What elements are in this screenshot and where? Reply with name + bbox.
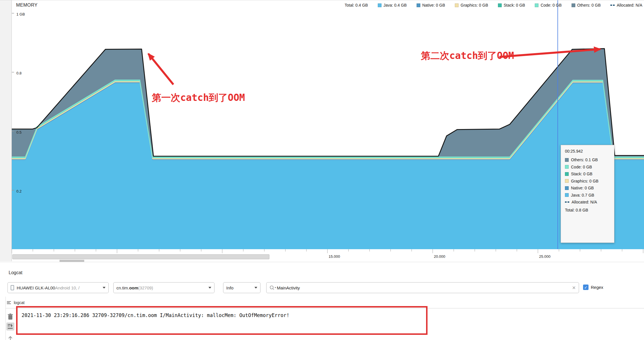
log-level-value: Info — [226, 285, 233, 290]
tooltip-timestamp: 00:25.942 — [565, 149, 610, 153]
allocated-dash-swatch — [610, 5, 615, 6]
legend-swatch — [572, 3, 575, 7]
legend-swatch — [565, 158, 569, 162]
tooltip-total: Total: 0.8 GB — [565, 207, 610, 214]
legend-item: Graphics: 0 GB — [455, 3, 488, 7]
legend-swatch — [565, 193, 569, 197]
memory-profiler-panel[interactable]: MEMORY Total: 0.4 GBJava: 0.4 GBNative: … — [0, 0, 644, 262]
tooltip-row: Graphics: 0 GB — [565, 178, 610, 185]
tooltip-row: Java: 0.7 GB — [565, 192, 610, 199]
legend-swatch — [565, 172, 569, 176]
legend-item: Total: 0.4 GB — [345, 3, 368, 7]
x-axis-label: 15.000 — [329, 254, 340, 259]
annotation-second-oom: 第二次catch到了OOM — [421, 49, 514, 62]
tooltip-row: Others: 0.1 GB — [565, 156, 610, 164]
legend-label: Graphics: 0 GB — [461, 3, 488, 7]
regex-label: Regex — [591, 285, 603, 290]
profiler-left-strip — [0, 0, 12, 261]
tooltip-row-label: Stack: 0 GB — [571, 172, 593, 176]
logcat-title: Logcat — [9, 270, 22, 275]
legend-swatch — [565, 179, 569, 183]
legend-item: Allocated: N/A — [610, 3, 642, 7]
logcat-tab-label: logcat — [14, 300, 24, 305]
screenshot-stage: MEMORY Total: 0.4 GBJava: 0.4 GBNative: … — [0, 0, 644, 340]
tooltip-row: Native: 0 GB — [565, 185, 610, 192]
tooltip-row: Allocated: N/A — [565, 199, 610, 206]
tooltip-row: Stack: 0 GB — [565, 170, 610, 178]
legend-swatch — [498, 3, 502, 7]
logcat-tab[interactable]: logcat — [7, 300, 24, 305]
legend-swatch — [417, 3, 420, 7]
scroll-to-end-icon — [8, 324, 13, 329]
legend-swatch — [378, 3, 382, 7]
trash-icon — [8, 314, 13, 320]
device-detail: Android 10, / — [55, 285, 80, 290]
tooltip-row-label: Native: 0 GB — [571, 186, 594, 190]
separator — [5, 297, 6, 340]
process-selector-dropdown[interactable]: cn.tim.oom (32709) — [113, 282, 214, 293]
legend-label: Java: 0.4 GB — [384, 3, 407, 7]
log-level-dropdown[interactable]: Info — [223, 282, 260, 293]
log-highlight-box — [16, 306, 428, 335]
tooltip-row-label: Java: 0.7 GB — [571, 193, 594, 197]
regex-checkbox[interactable]: ✓ — [583, 285, 589, 290]
tooltip-row-label: Graphics: 0 GB — [571, 179, 599, 183]
memory-legend: Total: 0.4 GBJava: 0.4 GBNative: 0 GBGra… — [345, 3, 642, 7]
legend-item: Others: 0 GB — [572, 3, 601, 7]
legend-label: Others: 0 GB — [577, 3, 601, 7]
legend-swatch — [565, 186, 569, 190]
tooltip-row-label: Others: 0.1 GB — [571, 157, 598, 162]
chevron-down-icon — [208, 287, 211, 289]
legend-item: Code: 0 GB — [535, 3, 561, 7]
phone-icon — [11, 285, 14, 290]
tooltip-row-label: Allocated: N/A — [572, 200, 597, 204]
logcat-search-box[interactable]: ✕ — [266, 282, 579, 293]
search-input[interactable] — [276, 285, 570, 291]
allocated-dash-swatch — [565, 201, 569, 203]
scroll-up-button[interactable] — [6, 335, 14, 340]
legend-label: Native: 0 GB — [422, 3, 445, 7]
legend-item: Native: 0 GB — [417, 3, 445, 7]
y-axis-label: 0.2 — [16, 189, 22, 193]
y-axis-label: 0.8 — [16, 71, 22, 75]
process-name: oom — [129, 285, 138, 290]
regex-option: ✓ Regex — [583, 285, 603, 290]
logcat-filter-icon — [7, 301, 12, 304]
legend-item: Java: 0.4 GB — [378, 3, 407, 7]
chart-horizontal-scrollbar[interactable] — [12, 254, 269, 259]
search-icon — [269, 285, 276, 290]
clear-logcat-button[interactable] — [6, 313, 14, 321]
panel-title: MEMORY — [16, 3, 38, 8]
legend-swatch — [535, 3, 538, 7]
tooltip-row: Code: 0 GB — [565, 164, 610, 171]
annotation-first-oom: 第一次catch到了OOM — [152, 91, 245, 104]
chevron-down-icon — [254, 287, 257, 289]
y-axis-label: 0.5 — [16, 130, 22, 135]
first-oom-arrow — [148, 54, 173, 84]
legend-label: Code: 0 GB — [540, 3, 561, 7]
chart-tooltip: 00:25.942 Others: 0.1 GBCode: 0 GBStack:… — [561, 145, 614, 243]
process-pid: (32709) — [138, 285, 153, 290]
device-selector-dropdown[interactable]: HUAWEI GLK-AL00 Android 10, / — [7, 282, 109, 293]
up-arrow-icon — [8, 336, 13, 340]
process-prefix: cn.tim. — [116, 285, 129, 290]
memory-timeline-chart[interactable] — [0, 0, 644, 262]
device-name: HUAWEI GLK-AL00 — [17, 285, 55, 290]
chevron-down-icon — [103, 287, 106, 289]
legend-label: Allocated: N/A — [617, 3, 642, 7]
legend-label: Total: 0.4 GB — [345, 3, 368, 7]
x-axis-label: 20.000 — [434, 254, 445, 259]
x-axis-label: 25.000 — [539, 254, 551, 259]
log-line[interactable]: 2021-11-30 23:29:16.286 32709-32709/cn.t… — [22, 312, 289, 318]
logcat-panel: Logcat HUAWEI GLK-AL00 Android 10, / cn.… — [0, 262, 644, 340]
legend-swatch — [455, 3, 459, 7]
legend-swatch — [565, 165, 569, 169]
legend-item: Stack: 0 GB — [498, 3, 525, 7]
tooltip-row-label: Code: 0 GB — [571, 165, 592, 169]
legend-label: Stack: 0 GB — [504, 3, 525, 7]
scroll-to-end-button[interactable] — [6, 322, 14, 331]
y-axis-label: 1 GB — [16, 12, 25, 16]
clear-search-icon[interactable]: ✕ — [572, 285, 576, 291]
